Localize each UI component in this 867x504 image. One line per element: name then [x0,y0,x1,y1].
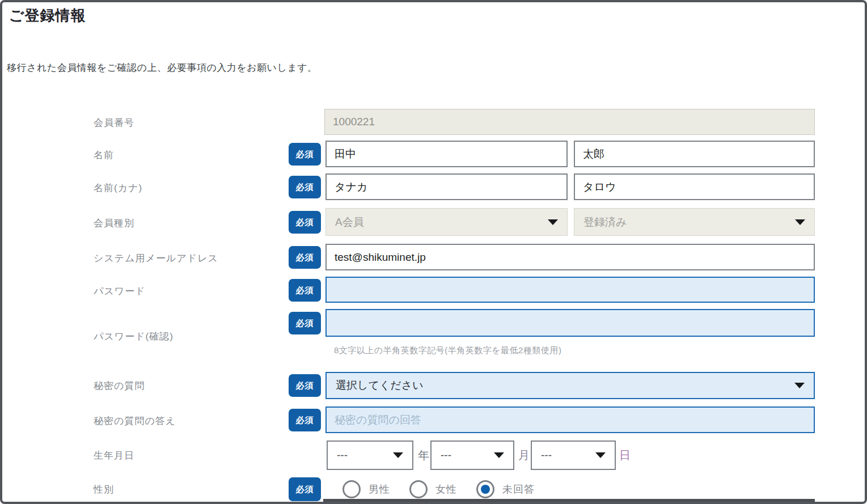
member-type-selected-value: A会員 [335,215,548,230]
chevron-down-icon [393,452,403,458]
chevron-down-icon [794,383,805,388]
birth-month-selected-value: --- [441,449,494,461]
required-badge: 必須 [289,374,321,397]
radio-dot [481,485,490,494]
secret-question-selected-value: 選択してください [336,378,794,393]
chevron-down-icon [595,452,606,458]
birth-day-selected-value: --- [541,449,595,461]
gender-option-male[interactable]: 男性 [342,480,390,498]
label-member-number: 会員番号 [94,116,134,129]
chevron-down-icon [548,219,558,225]
required-badge: 必須 [289,176,321,198]
label-member-type: 会員種別 [94,217,134,230]
gender-option-no-answer[interactable]: 未回答 [476,480,535,498]
system-email-input[interactable] [325,244,815,270]
birth-month-select[interactable]: --- [430,441,514,470]
label-secret-question: 秘密の質問 [94,379,145,392]
chevron-down-icon [494,452,504,458]
required-badge: 必須 [289,211,321,234]
label-gender: 性別 [94,483,114,496]
label-password: パスワード [94,285,146,298]
last-name-input[interactable] [325,141,568,167]
gender-option-female[interactable]: 女性 [409,480,457,498]
first-name-kana-input[interactable] [574,173,815,200]
chevron-down-icon [795,219,805,225]
birth-year-selected-value: --- [337,449,393,461]
gender-option-label[interactable]: 男性 [369,482,390,496]
required-badge: 必須 [289,279,321,302]
last-name-kana-input[interactable] [325,173,568,200]
member-number-field [324,109,815,135]
registration-form-page: ご登録情報 移行された会員情報をご確認の上、必要事項の入力をお願いします。 会員… [0,0,867,504]
member-status-selected-value: 登録済み [583,215,795,230]
label-name: 名前 [94,149,114,162]
next-section-top-edge [323,499,815,502]
required-badge: 必須 [289,409,321,431]
radio-unselected-icon[interactable] [342,480,361,498]
label-system-email: システム用メールアドレス [94,252,218,265]
password-hint: 8文字以上の半角英数字記号(半角英数字を最低2種類使用) [334,345,561,356]
label-secret-answer: 秘密の質問の答え [94,414,176,427]
year-unit-label: 年 [418,448,430,463]
password-input[interactable] [325,277,815,303]
day-unit-label: 日 [619,448,631,463]
secret-answer-input[interactable] [325,406,815,433]
required-badge: 必須 [289,477,321,501]
radio-selected-icon[interactable] [476,480,494,498]
required-badge: 必須 [289,143,321,166]
member-status-select[interactable]: 登録済み [574,208,815,236]
label-birth-date: 生年月日 [94,449,134,462]
required-badge: 必須 [289,312,321,334]
first-name-input[interactable] [574,141,815,167]
password-confirm-input[interactable] [325,309,815,337]
label-name-kana: 名前(カナ) [94,181,142,194]
label-password-confirm: パスワード(確認) [94,330,174,343]
birth-year-select[interactable]: --- [327,441,413,470]
member-type-select[interactable]: A会員 [325,208,568,236]
required-badge: 必須 [289,246,321,269]
gender-option-label[interactable]: 未回答 [502,482,535,496]
page-title: ご登録情報 [9,6,86,26]
month-unit-label: 月 [518,448,530,463]
radio-unselected-icon[interactable] [409,480,428,498]
secret-question-select[interactable]: 選択してください [325,372,815,399]
gender-option-label[interactable]: 女性 [435,482,457,496]
birth-day-select[interactable]: --- [531,441,616,470]
page-subtitle: 移行された会員情報をご確認の上、必要事項の入力をお願いします。 [7,61,318,74]
